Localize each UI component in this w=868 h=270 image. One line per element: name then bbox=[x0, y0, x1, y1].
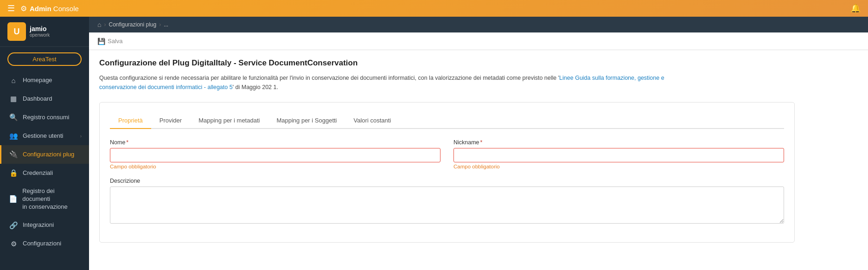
document-icon: 📄 bbox=[9, 195, 18, 203]
toolbar: 💾 Salva bbox=[89, 32, 868, 50]
nome-label: Nome* bbox=[110, 139, 440, 146]
sidebar-item-gestione-utenti[interactable]: 👥 Gestione utenti › bbox=[0, 127, 89, 145]
sidebar-label-gestione-utenti: Gestione utenti bbox=[23, 132, 63, 140]
home-icon: ⌂ bbox=[9, 77, 18, 84]
save-label: Salva bbox=[108, 38, 123, 45]
sidebar-item-registro-consumi[interactable]: 🔍 Registro consumi bbox=[0, 108, 89, 127]
breadcrumb-item-1[interactable]: Configurazioni plug bbox=[108, 21, 156, 28]
save-button[interactable]: 💾 Salva bbox=[97, 38, 123, 45]
sidebar-label-registro-documenti: Registro dei documenti in conservazione bbox=[22, 187, 82, 211]
tabs: Proprietà Provider Mapping per i metadat… bbox=[110, 113, 784, 129]
sidebar: U jamio openwork AreaTest ⌂ Homepage ▦ D… bbox=[0, 17, 89, 270]
sidebar-logo: U jamio openwork bbox=[0, 17, 89, 47]
sidebar-item-configurazioni[interactable]: ⚙ Configurazioni bbox=[0, 235, 89, 253]
tab-valori-costanti[interactable]: Valori costanti bbox=[345, 113, 400, 129]
breadcrumb-home-icon[interactable]: ⌂ bbox=[97, 21, 101, 28]
area-test-button[interactable]: AreaTest bbox=[7, 52, 82, 66]
page-content: Configurazione del Plug DigitalItaly - S… bbox=[89, 50, 868, 270]
chevron-right-icon: › bbox=[80, 134, 82, 139]
nome-error: Campo obbligatorio bbox=[110, 164, 440, 169]
tab-provider[interactable]: Provider bbox=[151, 113, 190, 129]
sidebar-label-registro-consumi: Registro consumi bbox=[23, 114, 69, 122]
page-description: Questa configurazione si rende necessari… bbox=[99, 73, 702, 92]
sidebar-label-dashboard: Dashboard bbox=[23, 95, 52, 103]
nickname-label: Nickname* bbox=[453, 139, 784, 146]
sidebar-label-configurazioni-plug: Configurazioni plug bbox=[23, 151, 74, 159]
nome-required: * bbox=[126, 139, 128, 146]
dashboard-icon: ▦ bbox=[9, 95, 18, 103]
sidebar-nav: ⌂ Homepage ▦ Dashboard 🔍 Registro consum… bbox=[0, 71, 89, 270]
search-icon: 🔍 bbox=[9, 113, 18, 122]
content-area: ⌂ › Configurazioni plug › ... 💾 Salva Co… bbox=[89, 17, 868, 270]
tab-proprieta[interactable]: Proprietà bbox=[110, 113, 151, 129]
descrizione-label: Descrizione bbox=[110, 178, 784, 184]
sidebar-label-integrazioni: Integrazioni bbox=[23, 221, 54, 229]
settings-icon: ⚙ bbox=[9, 240, 18, 248]
breadcrumb-sep-1: › bbox=[104, 21, 106, 28]
form-group-nome: Nome* Campo obbligatorio bbox=[110, 139, 440, 169]
logo-text: jamio bbox=[30, 26, 50, 32]
sidebar-label-homepage: Homepage bbox=[23, 77, 52, 84]
topbar: ☰ ⚙ Admin Console 🔔 bbox=[0, 0, 868, 17]
form-row-descrizione: Descrizione bbox=[110, 178, 784, 224]
form-group-nickname: Nickname* Campo obbligatorio bbox=[453, 139, 784, 169]
users-icon: 👥 bbox=[9, 132, 18, 140]
sidebar-item-registro-documenti[interactable]: 📄 Registro dei documenti in conservazion… bbox=[0, 182, 89, 216]
logo-sub: openwork bbox=[30, 32, 50, 38]
gear-icon: ⚙ bbox=[20, 4, 27, 13]
tab-mapping-metadati[interactable]: Mapping per i metadati bbox=[190, 113, 268, 129]
breadcrumb-sep-2: › bbox=[159, 21, 161, 28]
tab-mapping-soggetti[interactable]: Mapping per i Soggetti bbox=[268, 113, 345, 129]
nickname-error: Campo obbligatorio bbox=[453, 164, 784, 169]
form-card: Proprietà Provider Mapping per i metadat… bbox=[99, 102, 795, 243]
logo-icon: U bbox=[7, 22, 26, 41]
sidebar-label-credenziali: Credenziali bbox=[23, 169, 53, 177]
bell-icon[interactable]: 🔔 bbox=[850, 3, 861, 13]
sidebar-item-integrazioni[interactable]: 🔗 Integrazioni bbox=[0, 216, 89, 235]
nickname-required: * bbox=[480, 139, 483, 146]
plug-icon: 🔌 bbox=[9, 150, 18, 159]
hamburger-icon[interactable]: ☰ bbox=[7, 3, 15, 13]
form-row-nome-nickname: Nome* Campo obbligatorio Nickname* Campo… bbox=[110, 139, 784, 169]
save-icon: 💾 bbox=[97, 38, 105, 45]
link-icon: 🔗 bbox=[9, 221, 18, 230]
sidebar-item-homepage[interactable]: ⌂ Homepage bbox=[0, 71, 89, 90]
nickname-input[interactable] bbox=[453, 148, 784, 162]
sidebar-item-configurazioni-plug[interactable]: 🔌 Configurazioni plug bbox=[0, 145, 89, 164]
form-group-descrizione: Descrizione bbox=[110, 178, 784, 224]
sidebar-item-credenziali[interactable]: 🔒 Credenziali bbox=[0, 164, 89, 182]
lock-icon: 🔒 bbox=[9, 169, 18, 177]
breadcrumb-item-2[interactable]: ... bbox=[164, 21, 168, 28]
page-title: Configurazione del Plug DigitalItaly - S… bbox=[99, 58, 858, 68]
breadcrumb: ⌂ › Configurazioni plug › ... bbox=[89, 17, 868, 32]
topbar-title: Admin Console bbox=[30, 5, 79, 13]
nome-input[interactable] bbox=[110, 148, 440, 162]
sidebar-item-dashboard[interactable]: ▦ Dashboard bbox=[0, 90, 89, 108]
sidebar-label-configurazioni: Configurazioni bbox=[23, 240, 61, 248]
descrizione-textarea[interactable] bbox=[110, 186, 784, 224]
